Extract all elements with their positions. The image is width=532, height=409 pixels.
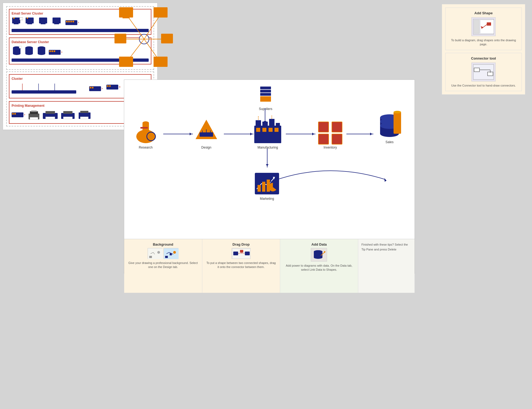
svg-rect-38 <box>92 87 93 88</box>
svg-rect-124 <box>332 134 342 144</box>
marketing-label: Marketing <box>253 197 280 201</box>
svg-rect-110 <box>256 128 260 132</box>
monitor-icon-1 <box>12 17 23 27</box>
svg-rect-9 <box>53 18 61 23</box>
connector-illustration <box>473 64 494 80</box>
svg-rect-7 <box>39 18 47 23</box>
arrow-marketing-sales-svg <box>267 161 388 188</box>
svg-rect-46 <box>30 117 38 119</box>
svg-rect-106 <box>256 120 261 126</box>
svg-rect-15 <box>72 21 74 22</box>
svg-rect-82 <box>487 22 491 26</box>
add-shape-title: Add Shape <box>449 11 518 15</box>
add-shape-card: Add Shape To build a diagram, drag shape… <box>445 8 522 50</box>
db-icon-1 <box>12 46 22 56</box>
svg-point-26 <box>38 52 45 55</box>
svg-point-131 <box>394 111 401 114</box>
svg-rect-8 <box>41 23 46 24</box>
svg-rect-72 <box>155 8 166 16</box>
sales-node: Sales <box>376 107 403 144</box>
svg-rect-142 <box>149 256 152 258</box>
svg-rect-91 <box>260 93 271 96</box>
arrow-design-mfg <box>224 134 253 134</box>
svg-rect-30 <box>54 50 55 52</box>
monitor-icon-2 <box>25 17 36 27</box>
manufacturing-node: Manufacturing <box>253 115 283 149</box>
svg-text:✕: ✕ <box>101 87 103 90</box>
svg-text:✕: ✕ <box>61 51 62 54</box>
arrow-inv-sales <box>346 134 373 134</box>
svg-rect-41 <box>12 113 14 115</box>
svg-rect-94 <box>266 97 270 101</box>
add-data-title: Add Data <box>283 242 355 246</box>
svg-rect-122 <box>319 134 328 144</box>
svg-rect-2 <box>13 18 15 19</box>
switch-icon-email: ✕ <box>65 19 79 27</box>
add-data-illustration <box>312 249 326 261</box>
research-label: Research <box>132 146 159 149</box>
svg-rect-59 <box>109 85 111 87</box>
svg-rect-84 <box>474 68 479 72</box>
svg-rect-58 <box>107 85 109 87</box>
inventory-label: Inventory <box>317 146 344 149</box>
svg-rect-69 <box>120 8 132 16</box>
svg-rect-134 <box>258 185 261 192</box>
svg-rect-151 <box>233 252 238 255</box>
svg-point-19 <box>13 52 20 55</box>
design-icon <box>193 118 220 145</box>
svg-rect-29 <box>51 50 53 52</box>
svg-text:✕: ✕ <box>78 21 79 24</box>
add-shape-illustration <box>473 19 494 35</box>
svg-rect-12 <box>66 21 68 22</box>
hub-connector: ✕ <box>106 84 123 93</box>
svg-marker-138 <box>384 178 387 182</box>
bg-illustration-1 <box>148 248 163 259</box>
background-tip: Background <box>124 239 202 293</box>
svg-rect-76 <box>154 57 168 67</box>
svg-rect-42 <box>14 113 16 115</box>
main-flow-panel: Suppliers Research <box>124 80 415 274</box>
printer-icon-2 <box>43 110 59 121</box>
flow-diagram: Suppliers Research <box>124 80 415 239</box>
svg-rect-118 <box>319 122 328 132</box>
design-node: Design <box>193 118 220 149</box>
svg-rect-6 <box>27 18 28 19</box>
svg-rect-20 <box>19 46 22 48</box>
star-topology-area <box>113 4 175 80</box>
db-icon-2 <box>24 46 34 56</box>
svg-text:✕: ✕ <box>119 85 121 88</box>
design-label: Design <box>193 146 220 149</box>
svg-rect-37 <box>90 87 91 88</box>
research-node: Research <box>132 120 159 149</box>
switch-icon-print: ✕ <box>12 111 25 119</box>
background-tip-title: Background <box>127 242 199 246</box>
svg-rect-49 <box>46 111 55 114</box>
add-data-text: Add power to diagrams with data. On the … <box>283 264 355 272</box>
svg-rect-148 <box>170 253 172 255</box>
add-data-tip: Add Data Add power to diagrams with data… <box>280 239 358 293</box>
svg-point-149 <box>173 251 176 254</box>
arrow-head-is <box>370 133 374 135</box>
sales-label: Sales <box>376 140 403 144</box>
svg-rect-111 <box>262 128 266 132</box>
svg-rect-109 <box>276 123 280 126</box>
inventory-node: Inventory <box>317 119 344 149</box>
svg-rect-55 <box>80 111 88 113</box>
svg-rect-79 <box>480 20 494 33</box>
inventory-icon <box>317 119 344 145</box>
svg-rect-152 <box>245 252 250 255</box>
bg-illustration-2 <box>164 248 179 259</box>
background-tip-icons <box>127 248 199 259</box>
svg-point-97 <box>142 121 149 125</box>
bottom-tips-row: Background <box>124 239 415 293</box>
svg-rect-90 <box>260 90 271 92</box>
arrow-research-design <box>163 134 193 134</box>
background-tip-text: Give your drawing a professional backgro… <box>127 261 199 269</box>
printer-icon-1 <box>27 109 41 121</box>
svg-rect-93 <box>262 97 265 101</box>
suppliers-node: Suppliers <box>256 85 275 111</box>
svg-rect-56 <box>80 117 88 119</box>
bg-icon-2 <box>164 248 178 259</box>
svg-rect-5 <box>27 23 32 24</box>
svg-rect-74 <box>161 34 173 43</box>
